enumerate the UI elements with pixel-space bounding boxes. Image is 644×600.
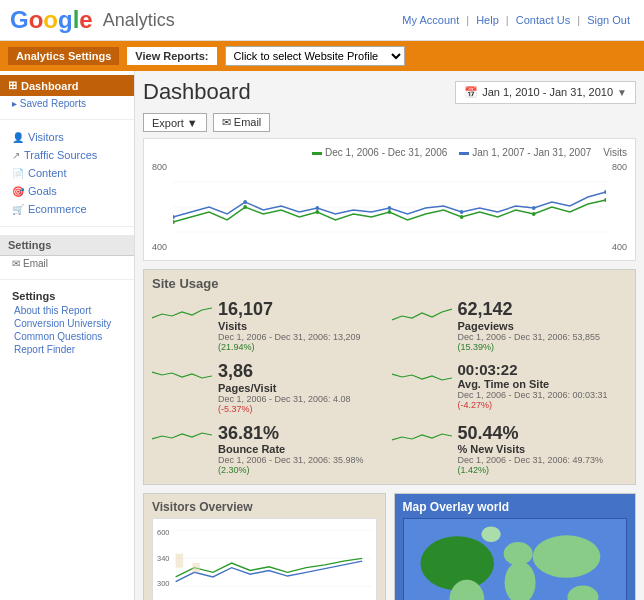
sidebar-nav-section: 👤 Visitors ↗ Traffic Sources 📄 Content 🎯… [0,124,134,222]
help-link[interactable]: Help [476,14,499,26]
metric-new-visits: 50.44% % New Visits Dec 1, 2006 - Dec 31… [392,421,628,479]
logo-area: Google Analytics [10,6,175,34]
visitors-overview-panel: Visitors Overview 600 340 300 [143,493,386,600]
chart-y-axis: 800 400 [152,162,169,252]
sidebar-settings-section: Settings ✉ Email [0,231,134,275]
site-usage-title: Site Usage [152,276,627,291]
action-bar: Export ▼ ✉ Email [143,113,636,132]
my-account-link[interactable]: My Account [402,14,459,26]
sidebar-item-goals[interactable]: 🎯 Goals [0,182,134,200]
metric-bounce-rate: 36.81% Bounce Rate Dec 1, 2006 - Dec 31,… [152,421,388,479]
calendar-icon: 📅 [464,86,478,99]
settings-sub-label: Settings [0,288,134,304]
new-visits-sparkline [392,424,452,449]
sidebar-item-ecommerce[interactable]: 🛒 Ecommerce [0,200,134,218]
map-svg [404,519,627,600]
sidebar-report-finder[interactable]: Report Finder [0,343,134,356]
settings-email[interactable]: ✉ Email [0,256,134,271]
chart-y-axis-right: 800 400 [610,162,627,252]
svg-point-13 [388,210,392,214]
google-logo: Google [10,6,93,34]
svg-point-15 [532,212,536,216]
left-panels: Visitors Overview 600 340 300 [143,493,386,600]
svg-point-5 [316,206,320,210]
map-overlay-panel: Map Overlay world [394,493,637,600]
svg-text:300: 300 [157,580,169,589]
view-reports-button[interactable]: View Reports: [127,47,216,65]
sidebar-conversion-university[interactable]: Conversion University [0,317,134,330]
header-navigation: My Account | Help | Contact Us | Sign Ou… [398,14,634,26]
sidebar-about-report[interactable]: About this Report [0,304,134,317]
sidebar-dashboard-section: ⊞ Dashboard ▸ Saved Reports [0,71,134,115]
chart-area: 800 400 [152,162,627,252]
metric-avg-time: 00:03:22 Avg. Time on Site Dec 1, 2006 -… [392,359,628,417]
sign-out-link[interactable]: Sign Out [587,14,630,26]
svg-rect-23 [176,554,183,568]
svg-text:600: 600 [157,528,169,537]
email-button[interactable]: ✉ Email [213,113,271,132]
svg-point-16 [604,198,606,202]
sidebar-divider-3 [0,279,134,280]
page-title: Dashboard [143,79,251,105]
visitors-overview-title: Visitors Overview [152,500,377,514]
svg-point-4 [243,200,247,204]
website-profile-select[interactable]: Click to select Website Profile [225,46,405,66]
topbar: Analytics Settings View Reports: Click t… [0,41,644,71]
svg-point-27 [420,537,494,591]
sidebar-saved-reports[interactable]: ▸ Saved Reports [0,96,134,111]
svg-point-14 [460,215,464,219]
target-icon: 🎯 [12,186,24,197]
svg-point-7 [460,210,464,214]
visitors-chart: 600 340 300 [152,518,377,600]
svg-point-31 [532,536,600,579]
sidebar-dashboard-header: ⊞ Dashboard [0,75,134,96]
header: Google Analytics My Account | Help | Con… [0,0,644,41]
saved-reports-icon: ▸ [12,98,17,109]
analytics-settings-button[interactable]: Analytics Settings [8,47,119,65]
svg-point-11 [243,205,247,209]
visits-sparkline [152,300,212,325]
sidebar-divider-2 [0,226,134,227]
chart-legend: Dec 1, 2006 - Dec 31, 2006 Jan 1, 2007 -… [152,147,627,158]
main-layout: ⊞ Dashboard ▸ Saved Reports 👤 Visitors ↗… [0,71,644,600]
sidebar-dashboard-label: Dashboard [21,80,78,92]
pages-visit-sparkline [152,362,212,387]
export-button[interactable]: Export ▼ [143,113,207,132]
right-panels: Map Overlay world [394,493,637,600]
svg-text:340: 340 [157,555,169,564]
svg-point-6 [388,206,392,210]
arrow-icon: ↗ [12,150,20,161]
map-title: Map Overlay world [403,500,628,514]
contact-us-link[interactable]: Contact Us [516,14,570,26]
svg-point-8 [532,206,536,210]
site-usage-panel: Site Usage 16,107 Visits Dec 1, 2006 - D… [143,269,636,485]
sidebar: ⊞ Dashboard ▸ Saved Reports 👤 Visitors ↗… [0,71,135,600]
svg-point-12 [316,210,320,214]
pageviews-sparkline [392,300,452,325]
analytics-logo-text: Analytics [103,10,175,31]
sidebar-divider-1 [0,119,134,120]
svg-point-33 [481,527,500,542]
sidebar-item-traffic-sources[interactable]: ↗ Traffic Sources [0,146,134,164]
svg-rect-24 [192,563,199,572]
sidebar-common-questions[interactable]: Common Questions [0,330,134,343]
page-icon: 📄 [12,168,24,179]
metric-pages-visit: 3,86 Pages/Visit Dec 1, 2006 - Dec 31, 2… [152,359,388,417]
grid-icon: ⊞ [8,79,17,92]
metric-pageviews: 62,142 Pageviews Dec 1, 2006 - Dec 31, 2… [392,297,628,355]
chevron-down-icon: ▼ [617,87,627,98]
main-line-chart [173,162,606,252]
sidebar-item-visitors[interactable]: 👤 Visitors [0,128,134,146]
metrics-grid: 16,107 Visits Dec 1, 2006 - Dec 31, 2006… [152,297,627,478]
email-icon: ✉ [12,258,20,269]
dashboard-header: Dashboard 📅 Jan 1, 2010 - Jan 31, 2010 ▼ [143,79,636,105]
metric-visits: 16,107 Visits Dec 1, 2006 - Dec 31, 2006… [152,297,388,355]
avg-time-sparkline [392,362,452,387]
date-range-selector[interactable]: 📅 Jan 1, 2010 - Jan 31, 2010 ▼ [455,81,636,104]
content-area: Dashboard 📅 Jan 1, 2010 - Jan 31, 2010 ▼… [135,71,644,600]
sidebar-item-content[interactable]: 📄 Content [0,164,134,182]
bounce-rate-sparkline [152,424,212,449]
main-chart-panel: Dec 1, 2006 - Dec 31, 2006 Jan 1, 2007 -… [143,138,636,261]
world-map [403,518,628,600]
bottom-panels: Visitors Overview 600 340 300 [143,493,636,600]
